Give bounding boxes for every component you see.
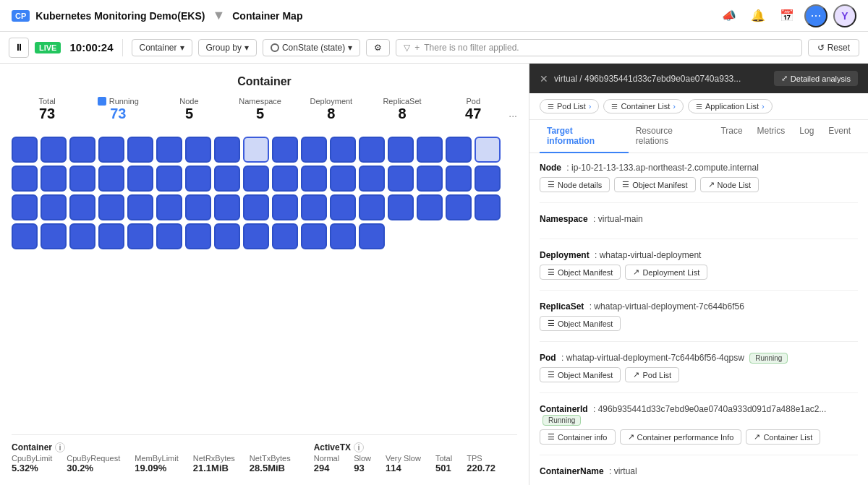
tab-log[interactable]: Log bbox=[792, 120, 821, 153]
settings-btn[interactable]: ⚙ bbox=[366, 39, 390, 56]
container-cell[interactable] bbox=[417, 166, 443, 192]
container-cell[interactable] bbox=[330, 223, 356, 249]
detailed-analysis-button[interactable]: ⤢ Detailed analysis bbox=[774, 71, 858, 86]
container-cell[interactable] bbox=[388, 166, 414, 192]
btn-node-details[interactable]: ☰ Node details bbox=[540, 177, 610, 192]
container-cell[interactable] bbox=[156, 223, 182, 249]
tab-target-information[interactable]: Target information bbox=[540, 120, 629, 153]
btn-object-manifest[interactable]: ☰ Object Manifest bbox=[540, 316, 621, 331]
container-cell[interactable] bbox=[359, 137, 385, 163]
container-cell[interactable] bbox=[69, 194, 95, 220]
container-cell[interactable] bbox=[185, 194, 211, 220]
close-button[interactable]: ✕ bbox=[540, 73, 548, 85]
btn-container-list[interactable]: ↗ Container List bbox=[746, 429, 820, 445]
container-cell[interactable] bbox=[156, 137, 182, 163]
container-cell[interactable] bbox=[272, 166, 298, 192]
pause-button[interactable]: ⏸ bbox=[9, 38, 29, 58]
btn-node-list[interactable]: ↗ Node List bbox=[700, 177, 759, 192]
bell-icon[interactable]: 🔔 bbox=[746, 4, 770, 27]
container-cell[interactable] bbox=[185, 137, 211, 163]
btn-object-manifest[interactable]: ☰ Object Manifest bbox=[614, 177, 695, 192]
container-cell[interactable] bbox=[69, 166, 95, 192]
container-cell[interactable] bbox=[446, 166, 472, 192]
btn-container-performance-info[interactable]: ↗ Container performance Info bbox=[620, 429, 742, 445]
container-cell[interactable] bbox=[272, 223, 298, 249]
container-info-icon[interactable]: i bbox=[55, 442, 65, 452]
btn-pod-list[interactable]: ↗ Pod List bbox=[625, 367, 679, 382]
container-cell[interactable] bbox=[359, 166, 385, 192]
container-cell[interactable] bbox=[127, 137, 153, 163]
activetx-info-icon[interactable]: i bbox=[354, 442, 364, 452]
container-cell[interactable] bbox=[127, 166, 153, 192]
container-cell[interactable] bbox=[214, 137, 240, 163]
container-cell[interactable] bbox=[243, 137, 269, 163]
breadcrumb-application-list[interactable]: ☰Application List› bbox=[688, 99, 773, 113]
breadcrumb-container-list[interactable]: ☰Container List› bbox=[603, 99, 684, 113]
constate-btn[interactable]: ConState (state) ▾ bbox=[263, 39, 360, 56]
announcement-icon[interactable]: 📣 bbox=[718, 4, 741, 27]
btn-object-manifest[interactable]: ☰ Object Manifest bbox=[540, 367, 621, 382]
container-cell[interactable] bbox=[41, 166, 67, 192]
container-cell[interactable] bbox=[330, 194, 356, 220]
container-cell[interactable] bbox=[214, 166, 240, 192]
container-cell[interactable] bbox=[388, 194, 414, 220]
container-cell[interactable] bbox=[156, 194, 182, 220]
container-cell[interactable] bbox=[359, 194, 385, 220]
nav-dropdown-icon[interactable]: ▼ bbox=[212, 8, 225, 23]
filter-bar[interactable]: ▽ + There is no filter applied. bbox=[396, 39, 801, 56]
btn-object-manifest[interactable]: ☰ Object Manifest bbox=[540, 265, 621, 280]
container-cell[interactable] bbox=[446, 137, 472, 163]
container-cell[interactable] bbox=[98, 137, 124, 163]
container-cell[interactable] bbox=[475, 166, 501, 192]
container-cell[interactable] bbox=[69, 223, 95, 249]
container-cell[interactable] bbox=[301, 223, 327, 249]
group-by-btn[interactable]: Group by ▾ bbox=[198, 39, 257, 56]
container-cell[interactable] bbox=[475, 137, 501, 163]
container-cell[interactable] bbox=[301, 166, 327, 192]
container-cell[interactable] bbox=[156, 166, 182, 192]
container-cell[interactable] bbox=[12, 223, 38, 249]
container-cell[interactable] bbox=[127, 223, 153, 249]
container-cell[interactable] bbox=[272, 194, 298, 220]
container-cell[interactable] bbox=[330, 166, 356, 192]
container-cell[interactable] bbox=[243, 194, 269, 220]
container-cell[interactable] bbox=[243, 166, 269, 192]
breadcrumb-pod-list[interactable]: ☰Pod List› bbox=[540, 99, 599, 113]
btn-deployment-list[interactable]: ↗ Deployment List bbox=[625, 265, 707, 280]
container-cell[interactable] bbox=[12, 194, 38, 220]
container-cell[interactable] bbox=[214, 194, 240, 220]
container-cell[interactable] bbox=[41, 194, 67, 220]
tab-trace[interactable]: Trace bbox=[713, 120, 749, 153]
container-cell[interactable] bbox=[12, 166, 38, 192]
container-cell[interactable] bbox=[98, 223, 124, 249]
calendar-icon[interactable]: 📅 bbox=[775, 4, 799, 27]
container-cell[interactable] bbox=[98, 194, 124, 220]
container-cell[interactable] bbox=[214, 223, 240, 249]
tab-metrics[interactable]: Metrics bbox=[750, 120, 793, 153]
tab-resource-relations[interactable]: Resource relations bbox=[629, 120, 714, 153]
container-cell[interactable] bbox=[41, 137, 67, 163]
container-cell[interactable] bbox=[475, 194, 501, 220]
stats-more-btn[interactable]: ··· bbox=[509, 97, 517, 121]
container-cell[interactable] bbox=[301, 194, 327, 220]
container-cell[interactable] bbox=[127, 194, 153, 220]
container-cell[interactable] bbox=[446, 194, 472, 220]
container-cell[interactable] bbox=[417, 137, 443, 163]
more-icon[interactable]: ··· bbox=[804, 4, 827, 27]
container-selector[interactable]: Container ▾ bbox=[132, 39, 192, 56]
container-cell[interactable] bbox=[12, 137, 38, 163]
reset-button[interactable]: ↺ Reset bbox=[808, 39, 859, 56]
container-cell[interactable] bbox=[388, 137, 414, 163]
container-cell[interactable] bbox=[330, 137, 356, 163]
container-cell[interactable] bbox=[69, 137, 95, 163]
container-cell[interactable] bbox=[185, 223, 211, 249]
container-cell[interactable] bbox=[185, 166, 211, 192]
user-avatar[interactable]: Y bbox=[833, 4, 856, 27]
container-cell[interactable] bbox=[417, 194, 443, 220]
container-cell[interactable] bbox=[272, 137, 298, 163]
container-cell[interactable] bbox=[98, 166, 124, 192]
tab-event[interactable]: Event bbox=[821, 120, 858, 153]
container-cell[interactable] bbox=[243, 223, 269, 249]
container-cell[interactable] bbox=[41, 223, 67, 249]
container-cell[interactable] bbox=[301, 137, 327, 163]
